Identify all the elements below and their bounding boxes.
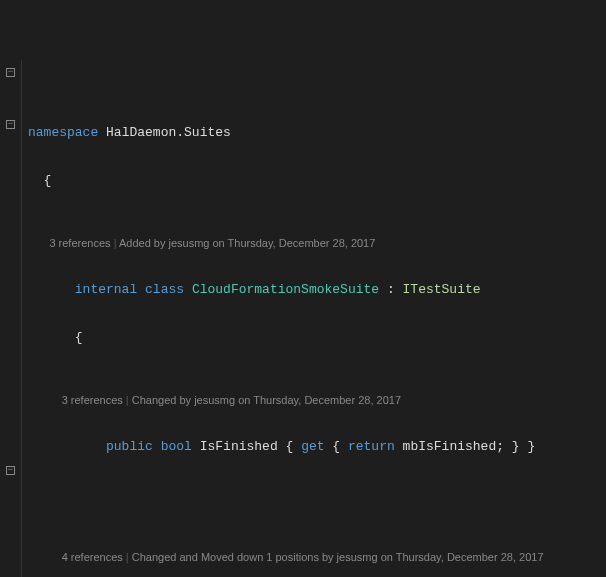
keyword: namespace <box>28 125 98 140</box>
interface-name: ITestSuite <box>403 282 481 297</box>
colon: : <box>387 282 395 297</box>
code-editor[interactable]: − − − namespace HalDaemon.Suites { 3 ref… <box>0 60 606 577</box>
brace: { <box>286 439 294 454</box>
code-line[interactable]: namespace HalDaemon.Suites <box>0 124 606 142</box>
keyword: public <box>106 439 153 454</box>
namespace-name: HalDaemon.Suites <box>106 125 231 140</box>
code-line[interactable]: { <box>0 172 606 190</box>
codelens[interactable]: 3 references | Changed by jesusmg on Thu… <box>0 392 606 408</box>
keyword: internal <box>75 282 137 297</box>
codelens-refs: 3 references <box>62 394 123 406</box>
class-name: CloudFormationSmokeSuite <box>192 282 379 297</box>
property-name: IsFinished <box>200 439 278 454</box>
keyword: return <box>348 439 395 454</box>
codelens[interactable]: 4 references | Changed and Moved down 1 … <box>0 549 606 565</box>
keyword: class <box>145 282 184 297</box>
codelens-meta: Changed and Moved down 1 positions by je… <box>132 551 544 563</box>
code-line[interactable]: public bool IsFinished { get { return mb… <box>0 438 606 456</box>
semi: ; <box>496 439 504 454</box>
blank-line[interactable] <box>0 486 606 504</box>
keyword: get <box>301 439 324 454</box>
codelens-sep: | <box>126 551 129 563</box>
brace: } <box>527 439 535 454</box>
fold-toggle-class[interactable]: − <box>6 120 15 129</box>
identifier: mbIsFinished <box>403 439 497 454</box>
codelens-sep: | <box>114 237 117 249</box>
code-line[interactable]: internal class CloudFormationSmokeSuite … <box>0 281 606 299</box>
codelens-meta: Added by jesusmg on Thursday, December 2… <box>119 237 375 249</box>
brace: { <box>44 173 52 188</box>
codelens-meta: Changed by jesusmg on Thursday, December… <box>132 394 401 406</box>
fold-toggle-namespace[interactable]: − <box>6 68 15 77</box>
codelens-refs: 3 references <box>49 237 110 249</box>
gutter: − − − <box>0 60 22 577</box>
brace: { <box>332 439 340 454</box>
codelens[interactable]: 3 references | Added by jesusmg on Thurs… <box>0 235 606 251</box>
keyword: bool <box>161 439 192 454</box>
brace: } <box>512 439 520 454</box>
code-line[interactable]: { <box>0 329 606 347</box>
fold-toggle-ctor[interactable]: − <box>6 466 15 475</box>
brace: { <box>75 330 83 345</box>
codelens-refs: 4 references <box>62 551 123 563</box>
codelens-sep: | <box>126 394 129 406</box>
